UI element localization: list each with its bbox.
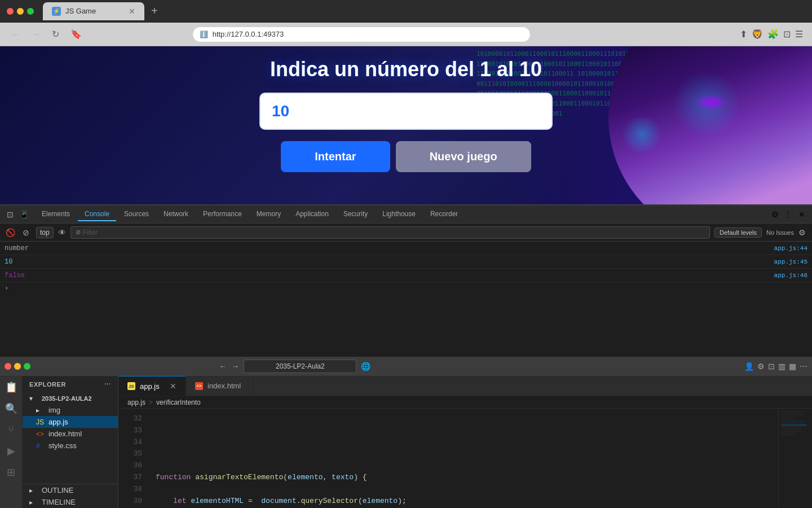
address-bar-actions: ⬆ 🦁 🧩 ⊡ ☰ (740, 29, 803, 40)
address-bar[interactable]: ℹ️ http://127.0.0.1:49373 (192, 27, 531, 42)
indexhtml-tab-label: index.html (208, 382, 241, 390)
indexhtml-label: index.html (48, 430, 82, 438)
tab-lighthouse[interactable]: Lighthouse (376, 208, 422, 221)
tab-elements[interactable]: Elements (35, 208, 77, 221)
vscode-minimize-light[interactable] (14, 363, 21, 370)
outline-section[interactable]: ▸ OUTLINE (23, 484, 118, 496)
explorer-more[interactable]: ⋯ (104, 381, 111, 388)
line-num-39: 39 (118, 496, 142, 507)
timeline-section[interactable]: ▸ TIMELINE (23, 496, 118, 508)
tab-application[interactable]: Application (289, 208, 336, 221)
vscode-maximize-light[interactable] (24, 363, 30, 370)
tab-sources[interactable]: Sources (117, 208, 156, 221)
vscode-search-bar[interactable]: 2035-LP2-Aula2 (244, 360, 356, 373)
vscode-avatar-button[interactable]: 👤 (744, 362, 754, 371)
url-display: http://127.0.0.1:49373 (213, 30, 284, 38)
close-devtools-icon[interactable]: ✕ (796, 209, 807, 220)
forward-button[interactable]: → (29, 27, 43, 42)
git-activity-icon[interactable]: ⑂ (8, 424, 14, 436)
console-eye-button[interactable]: 👁 (58, 228, 66, 237)
new-tab-button[interactable]: + (147, 5, 162, 17)
vscode-forward-button[interactable]: → (231, 362, 239, 371)
sidebar-item-img[interactable]: ▸ img (23, 404, 118, 416)
browser-tab-active[interactable]: ⚡ JS Game ✕ (43, 2, 144, 20)
breadcrumb-separator: > (149, 398, 153, 406)
clear-console-button[interactable]: 🚫 (5, 227, 16, 238)
default-levels-button[interactable]: Default levels (714, 227, 762, 238)
line-num-38: 38 (118, 484, 142, 496)
console-source-1[interactable]: app.js:44 (774, 245, 807, 252)
code-editor: 32 33 34 35 36 37 38 39 40 41 42 43 44 4… (118, 409, 812, 508)
minimize-traffic-light[interactable] (17, 8, 24, 15)
editor-tab-indexhtml[interactable]: <> index.html (186, 376, 254, 396)
tab-security[interactable]: Security (337, 208, 374, 221)
project-root-item[interactable]: ▾ 2035-LP2-AULA2 (23, 393, 118, 404)
search-activity-icon[interactable]: 🔍 (5, 402, 17, 415)
vscode-chrome-bar: ← → 2035-LP2-Aula2 🌐 👤 ⚙ ⊡ ▥ ▦ ⋯ (0, 357, 812, 376)
line-num-32: 32 (118, 413, 142, 425)
vscode-settings-button[interactable]: ⚙ (757, 362, 765, 371)
vscode-close-light[interactable] (5, 363, 11, 370)
sidebar-item-stylecss[interactable]: # style.css (23, 440, 118, 452)
device-toggle-icon[interactable]: 📱 (18, 209, 29, 220)
no-issues-label: No Issues (766, 229, 794, 236)
settings-icon[interactable]: ⚙ (769, 209, 780, 220)
more-button[interactable]: ☰ (795, 29, 803, 40)
split-button[interactable]: ⊡ (783, 29, 791, 40)
tab-close-button[interactable]: ✕ (129, 7, 135, 16)
sidebar-item-indexhtml[interactable]: <> index.html (23, 428, 118, 440)
inspect-element-icon[interactable]: ⊡ (5, 209, 16, 220)
explorer-title: EXPLORER (29, 381, 66, 388)
vscode-split-button[interactable]: ⊡ (768, 362, 775, 371)
bookmark-button[interactable]: 🔖 (68, 27, 84, 42)
console-source-2[interactable]: app.js:45 (774, 259, 807, 265)
tab-recorder[interactable]: Recorder (423, 208, 465, 221)
line-num-37: 37 (118, 472, 142, 484)
tab-performance[interactable]: Performance (196, 208, 249, 221)
console-prompt[interactable]: › (0, 282, 812, 295)
tab-console[interactable]: Console (78, 208, 116, 221)
extensions-button[interactable]: 🧩 (767, 29, 779, 40)
run-activity-icon[interactable]: ▶ (7, 445, 15, 457)
vscode-panel-left-button[interactable]: ▥ (778, 362, 785, 371)
game-content: Indica un número del 1 al 10 10 Intentar… (0, 58, 812, 172)
tab-bar: ⚡ JS Game ✕ + (43, 2, 805, 20)
issues-settings-icon[interactable]: ⚙ (796, 227, 807, 238)
line-num-36: 36 (118, 460, 142, 472)
maximize-traffic-light[interactable] (27, 8, 34, 15)
mini-line-1 (781, 411, 807, 412)
sidebar-item-appjs[interactable]: JS app.js (23, 416, 118, 428)
mini-line-highlighted (781, 424, 807, 426)
back-button[interactable]: ← (9, 27, 23, 42)
breadcrumb-file[interactable]: app.js (127, 398, 145, 406)
breadcrumb-function[interactable]: verificarIntento (156, 398, 201, 406)
console-filter-input[interactable]: ⊘ Filter (70, 226, 710, 239)
activity-bar: 📋 🔍 ⑂ ▶ ⊞ (0, 376, 23, 508)
close-traffic-light[interactable] (7, 8, 14, 15)
more-options-icon[interactable]: ⋮ (783, 209, 794, 220)
vscode-panel-right-button[interactable]: ▦ (789, 362, 796, 371)
brave-button[interactable]: 🦁 (752, 29, 763, 40)
vscode-remote-button[interactable]: 🌐 (361, 362, 370, 371)
console-source-3[interactable]: app.js:46 (774, 272, 807, 279)
refresh-button[interactable]: ↻ (50, 27, 61, 42)
console-context-select[interactable]: top (36, 227, 54, 238)
explorer-activity-icon[interactable]: 📋 (5, 381, 17, 393)
number-input-value[interactable]: 10 (272, 102, 540, 120)
console-row-false: false app.js:46 (0, 269, 812, 282)
editor-tab-appjs[interactable]: JS app.js ✕ (118, 376, 186, 396)
extensions-activity-icon[interactable]: ⊞ (7, 466, 15, 479)
vscode-more-button[interactable]: ⋯ (800, 362, 807, 371)
mini-line-13 (781, 433, 797, 434)
mini-line-12 (781, 431, 802, 432)
minimap-content (779, 409, 812, 439)
tab-memory[interactable]: Memory (250, 208, 288, 221)
new-game-button[interactable]: Nuevo juego (396, 141, 531, 172)
share-button[interactable]: ⬆ (740, 29, 747, 40)
console-filter-icon-btn[interactable]: ⊘ (20, 227, 32, 238)
tab-network[interactable]: Network (157, 208, 195, 221)
try-button[interactable]: Intentar (281, 141, 390, 172)
appjs-tab-close[interactable]: ✕ (170, 382, 176, 391)
vscode-back-button[interactable]: ← (219, 362, 227, 371)
code-content[interactable]: function asignarTextoElemento(elemento, … (147, 409, 778, 508)
